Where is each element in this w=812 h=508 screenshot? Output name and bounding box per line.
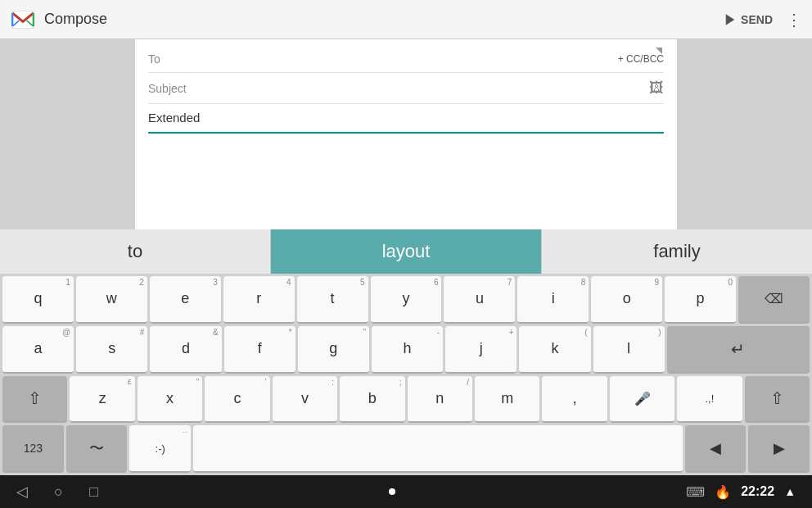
key-y[interactable]: 6y (371, 276, 442, 324)
key-l[interactable]: )l (593, 326, 665, 374)
key-swipe[interactable]: 〜 (66, 425, 128, 473)
clock: 22:22 (741, 484, 774, 499)
key-left-arrow[interactable]: ◀ (685, 425, 747, 473)
suggestion-center[interactable]: layout (271, 229, 542, 274)
suggestion-left[interactable]: to (0, 229, 271, 274)
subject-input[interactable] (197, 82, 649, 95)
key-microphone[interactable]: 🎤 (610, 376, 674, 424)
key-b[interactable]: ;b (340, 376, 404, 424)
attach-icon[interactable]: 🖼 (649, 79, 664, 97)
key-o[interactable]: 9o (591, 276, 662, 324)
gmail-icon (10, 7, 36, 33)
body-text: Extended (148, 111, 200, 125)
system-bar: ◁ ○ □ ⌨ 🔥 22:22 ▲ (0, 475, 812, 508)
keyboard-row-2: @a #s &d *f "g -h +j (k )l ↵ (2, 326, 810, 374)
key-w[interactable]: 2w (76, 276, 147, 324)
key-punctuation[interactable]: .,! (677, 376, 742, 424)
key-g[interactable]: "g (298, 326, 369, 374)
key-enter[interactable]: ↵ (667, 326, 810, 374)
status-icon-flame: 🔥 (715, 484, 731, 500)
subject-row: Subject 🖼 (148, 73, 664, 104)
key-n[interactable]: /n (408, 376, 472, 424)
cc-bcc-button[interactable]: + CC/BCC (618, 53, 664, 65)
top-bar: Compose SEND ⋮ (0, 0, 812, 39)
key-u[interactable]: 7u (444, 276, 515, 324)
key-right-arrow[interactable]: ▶ (748, 425, 810, 473)
key-c[interactable]: 'c (205, 376, 269, 424)
key-f[interactable]: *f (224, 326, 295, 374)
key-s[interactable]: #s (76, 326, 147, 374)
to-row: To + CC/BCC (148, 46, 664, 73)
suggestions-bar: to layout family (0, 229, 812, 274)
key-comma[interactable]: , (542, 376, 607, 424)
wifi-icon: ▲ (784, 485, 796, 498)
svg-marker-1 (726, 14, 735, 25)
corner-indicator (656, 48, 662, 54)
system-nav: ◁ ○ □ (16, 483, 98, 501)
to-input[interactable] (197, 52, 618, 66)
back-icon[interactable]: ◁ (16, 483, 28, 501)
key-shift-left[interactable]: ⇧ (2, 376, 67, 424)
keyboard-row-3: ⇧ £z "x 'c :v ;b /n m , 🎤 .,! ⇧ (2, 376, 810, 424)
key-emoji[interactable]: ...:-) (129, 425, 191, 473)
key-v[interactable]: :v (273, 376, 337, 424)
key-j[interactable]: +j (445, 326, 517, 374)
keyboard: 1q 2w 3e 4r 5t 6y 7u 8i 9o 0p ⌫ @a #s &d… (0, 274, 812, 475)
key-shift-right[interactable]: ⇧ (745, 376, 810, 424)
body-row: Extended (148, 104, 664, 134)
key-123[interactable]: 123 (2, 425, 64, 473)
key-x[interactable]: "x (138, 376, 202, 424)
send-button[interactable]: SEND (723, 12, 773, 27)
system-center (389, 488, 395, 495)
key-a[interactable]: @a (2, 326, 74, 374)
to-label: To (148, 52, 197, 66)
key-k[interactable]: (k (519, 326, 590, 374)
compose-area: To + CC/BCC Subject 🖼 Extended (135, 39, 677, 229)
keyboard-row-4: 123 〜 ...:-) ◀ ▶ (2, 425, 810, 473)
key-q[interactable]: 1q (2, 276, 74, 324)
keyboard-row-1: 1q 2w 3e 4r 5t 6y 7u 8i 9o 0p ⌫ (2, 276, 810, 324)
home-dot (389, 488, 395, 495)
key-z[interactable]: £z (70, 376, 134, 424)
key-spacebar[interactable] (193, 425, 683, 473)
key-backspace[interactable]: ⌫ (738, 276, 810, 324)
key-h[interactable]: -h (372, 326, 443, 374)
keyboard-status-icon: ⌨ (686, 484, 705, 500)
key-m[interactable]: m (475, 376, 539, 424)
suggestion-right[interactable]: family (542, 229, 812, 274)
home-icon[interactable]: ○ (54, 483, 63, 501)
key-i[interactable]: 8i (517, 276, 589, 324)
key-t[interactable]: 5t (297, 276, 368, 324)
system-status: ⌨ 🔥 22:22 ▲ (686, 484, 796, 500)
subject-label: Subject (148, 82, 197, 95)
recents-icon[interactable]: □ (89, 483, 98, 501)
compose-title: Compose (44, 11, 723, 28)
more-options-button[interactable]: ⋮ (786, 10, 802, 29)
key-e[interactable]: 3e (150, 276, 221, 324)
key-p[interactable]: 0p (665, 276, 736, 324)
key-r[interactable]: 4r (223, 276, 295, 324)
key-d[interactable]: &d (150, 326, 221, 374)
